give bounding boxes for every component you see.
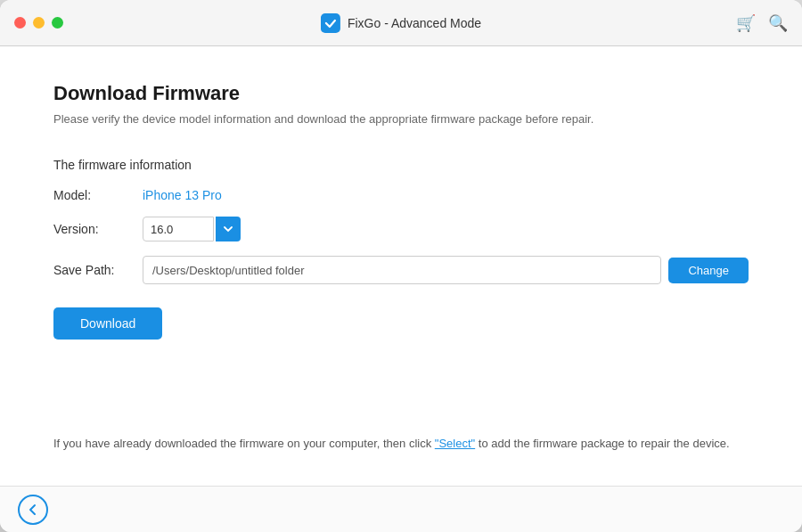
back-button[interactable] [18, 495, 48, 525]
info-text-before: If you have already downloaded the firmw… [53, 437, 435, 450]
change-button[interactable]: Change [668, 258, 749, 283]
title-center: FixGo - Advanced Mode [321, 13, 481, 33]
main-window: FixGo - Advanced Mode 🛒 🔍 Download Firmw… [0, 0, 802, 532]
download-button[interactable]: Download [53, 307, 162, 340]
version-row: Version: [53, 217, 749, 241]
version-dropdown-button[interactable] [216, 217, 241, 241]
minimize-button[interactable] [33, 17, 45, 29]
main-content: Download Firmware Please verify the devi… [0, 46, 802, 486]
app-icon [321, 13, 340, 33]
title-bar: FixGo - Advanced Mode 🛒 🔍 [0, 0, 802, 46]
save-path-label: Save Path: [53, 263, 143, 277]
cart-icon[interactable]: 🛒 [736, 13, 756, 33]
search-icon[interactable]: 🔍 [768, 13, 788, 33]
svg-rect-0 [321, 13, 340, 33]
model-row: Model: iPhone 13 Pro [53, 188, 749, 202]
page-title: Download Firmware [53, 82, 749, 105]
model-value[interactable]: iPhone 13 Pro [143, 188, 222, 202]
save-path-input[interactable] [143, 256, 661, 284]
version-input[interactable] [143, 217, 214, 241]
save-path-row: Save Path: Change [53, 256, 749, 284]
bottom-bar [0, 486, 802, 532]
info-text-after: to add the firmware package to repair th… [475, 437, 729, 450]
title-actions: 🛒 🔍 [736, 13, 788, 33]
select-link[interactable]: "Select" [435, 437, 475, 450]
version-select-wrapper [143, 217, 241, 241]
maximize-button[interactable] [52, 17, 63, 29]
page-subtitle: Please verify the device model informati… [53, 112, 749, 126]
window-title: FixGo - Advanced Mode [348, 16, 481, 30]
info-text: If you have already downloaded the firmw… [53, 410, 749, 450]
version-label: Version: [53, 222, 143, 236]
firmware-section-title: The firmware information [53, 158, 749, 172]
traffic-lights [14, 17, 63, 29]
close-button[interactable] [14, 17, 26, 29]
model-label: Model: [53, 188, 143, 202]
